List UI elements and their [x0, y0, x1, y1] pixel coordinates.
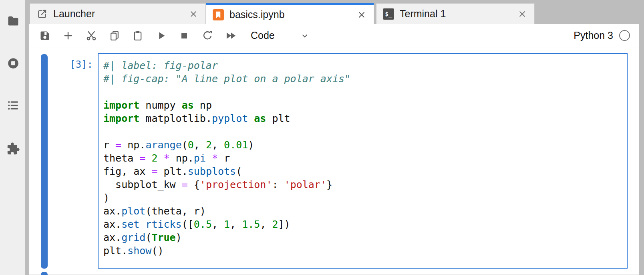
tab-label: Launcher — [53, 8, 182, 20]
cell-collapser[interactable] — [41, 54, 48, 269]
puzzle-icon — [6, 142, 20, 156]
chevron-down-icon — [275, 30, 310, 41]
copy-cells-button[interactable] — [109, 30, 120, 41]
stop-circle-icon — [6, 57, 20, 70]
left-sidebar — [0, 0, 25, 275]
sidebar-item-file-browser[interactable] — [6, 14, 20, 28]
restart-run-all-button[interactable] — [225, 30, 236, 41]
notebook-panel: [3]: #| label: fig-polar#| fig-cap: "A l… — [29, 47, 639, 275]
cell-editor[interactable]: #| label: fig-polar#| fig-cap: "A line p… — [98, 53, 628, 269]
code-cell: [3]: #| label: fig-polar#| fig-cap: "A l… — [41, 47, 628, 269]
copy-icon — [109, 30, 120, 41]
interrupt-kernel-button[interactable] — [179, 30, 190, 41]
close-tab-button[interactable] — [517, 8, 528, 20]
plus-icon — [62, 30, 74, 41]
notebook-toolbar: Code Python 3 — [29, 24, 639, 47]
run-cell-button[interactable] — [155, 30, 167, 41]
paste-cells-button[interactable] — [132, 30, 143, 41]
close-icon — [517, 8, 528, 20]
tab-launcher[interactable]: Launcher — [30, 3, 206, 24]
execution-prompt: [3]: — [48, 53, 98, 70]
tab-terminal[interactable]: $_ Terminal 1 — [376, 3, 535, 24]
close-tab-button[interactable] — [188, 8, 199, 20]
sidebar-item-extensions[interactable] — [6, 142, 20, 156]
restart-icon — [202, 30, 213, 41]
save-icon — [39, 30, 50, 41]
close-icon — [188, 8, 199, 20]
tab-bar: Launcher basics.ipynb $_ Terminal 1 — [29, 0, 639, 24]
tab-label: Terminal 1 — [400, 8, 511, 20]
cell-type-label: Code — [251, 30, 275, 41]
sidebar-item-table-of-contents[interactable] — [6, 99, 20, 112]
paste-icon — [132, 30, 143, 41]
kernel-status-icon[interactable] — [619, 30, 630, 41]
restart-kernel-button[interactable] — [202, 30, 213, 41]
terminal-icon: $_ — [383, 8, 394, 20]
tab-label: basics.ipynb — [229, 9, 350, 20]
kernel-indicator: Python 3 — [574, 30, 630, 41]
next-collapser[interactable] — [41, 272, 48, 275]
kernel-name: Python 3 — [574, 30, 613, 41]
code-lines: #| label: fig-polar#| fig-cap: "A line p… — [103, 59, 624, 257]
launcher-icon — [36, 8, 48, 20]
close-tab-button[interactable] — [356, 9, 367, 20]
main-dock: Launcher basics.ipynb $_ Terminal 1 — [29, 0, 639, 275]
insert-cell-button[interactable] — [62, 30, 74, 41]
scissors-icon — [86, 30, 97, 41]
save-button[interactable] — [39, 30, 50, 41]
list-icon — [6, 99, 20, 112]
sidebar-item-running-kernels[interactable] — [6, 57, 20, 70]
play-icon — [155, 30, 167, 41]
cell-type-dropdown[interactable]: Code — [251, 30, 310, 41]
tab-notebook[interactable]: basics.ipynb — [206, 3, 374, 24]
notebook-icon — [213, 9, 224, 20]
close-icon — [356, 9, 367, 20]
folder-icon — [6, 14, 20, 28]
fast-forward-icon — [225, 30, 236, 41]
cut-cells-button[interactable] — [86, 30, 97, 41]
stop-icon — [179, 30, 190, 41]
